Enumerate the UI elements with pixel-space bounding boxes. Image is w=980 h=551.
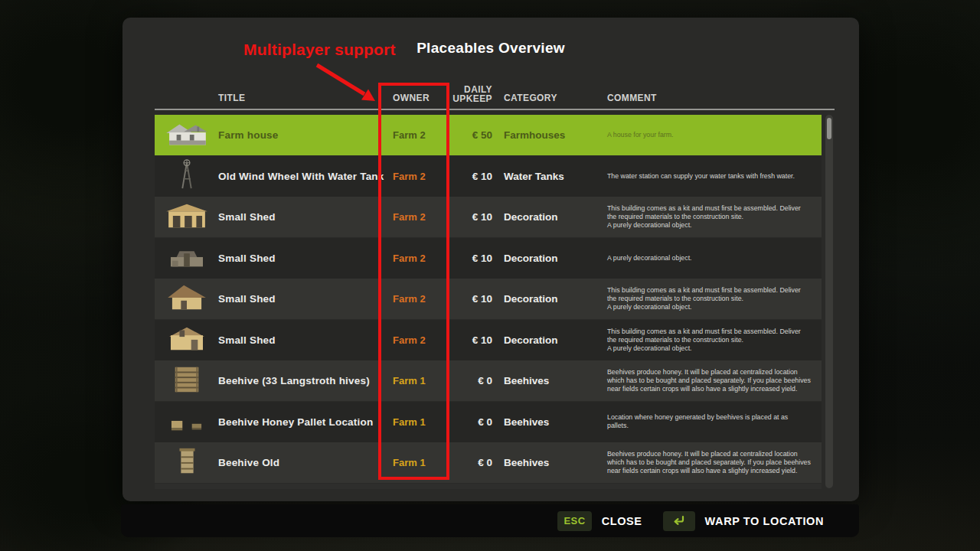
placeable-comment: This building comes as a kit and must fi… (605, 204, 822, 230)
placeable-category: Beehives (492, 416, 605, 428)
placeable-category: Water Tanks (492, 171, 605, 182)
placeable-daily-upkeep: € 0 (448, 457, 492, 468)
esc-key-badge[interactable]: ESC (557, 511, 591, 531)
placeable-category: Farmhouses (492, 129, 605, 141)
placeable-title: Old Wind Wheel With Water Tank (218, 171, 393, 182)
table-row[interactable]: Farm house Farm 2 € 50 Farmhouses A hous… (155, 115, 822, 155)
placeable-title: Small Shed (218, 293, 393, 305)
placeable-comment: Beehives produce honey. It will be place… (605, 368, 822, 393)
placeable-title: Beehive Old (218, 457, 393, 468)
close-action[interactable]: ESC CLOSE (557, 511, 642, 531)
placeables-overview-dialog: Placeables Overview TITLE OWNER DAILY UP… (122, 18, 859, 501)
placeable-daily-upkeep: € 10 (448, 171, 492, 182)
column-header-comment: COMMENT (605, 93, 835, 103)
placeable-daily-upkeep: € 50 (448, 129, 492, 141)
honey-pallet-icon (163, 404, 211, 439)
placeable-category: Decoration (492, 211, 605, 223)
warp-to-location-label: WARP TO LOCATION (705, 515, 824, 527)
dialog-title: Placeables Overview (122, 40, 859, 57)
shed-kit-icon (163, 200, 211, 235)
return-arrow-icon[interactable] (663, 511, 695, 531)
placeable-comment: A purely decorational object. (605, 254, 822, 262)
shed-ruin-icon (163, 240, 211, 276)
placeable-title: Small Shed (218, 211, 393, 223)
placeable-comment: The water station can supply your water … (605, 172, 822, 181)
footer-bar: ESC CLOSE WARP TO LOCATION (121, 504, 859, 537)
placeable-comment: Beehives produce honey. It will be place… (605, 450, 822, 475)
placeable-daily-upkeep: € 10 (448, 293, 492, 305)
beehive-rack-icon (163, 364, 211, 399)
table-row[interactable]: Small Shed Farm 2 € 10 Decoration This b… (155, 279, 822, 319)
shed-pointed-icon (163, 282, 211, 317)
placeable-daily-upkeep: € 0 (448, 416, 492, 428)
beehive-old-icon (163, 445, 211, 481)
warp-to-location-action[interactable]: WARP TO LOCATION (663, 511, 824, 531)
placeables-list: Farm house Farm 2 € 50 Farmhouses A hous… (155, 115, 822, 484)
annotation-owner-highlight-box (378, 83, 449, 480)
column-header-category: CATEGORY (492, 93, 605, 103)
table-header: TITLE OWNER DAILY UPKEEP CATEGORY COMMEN… (155, 85, 835, 110)
table-row[interactable]: Small Shed Farm 2 € 10 Decoration This b… (155, 197, 822, 237)
placeable-comment: A house for your farm. (605, 131, 822, 139)
column-header-daily-upkeep: DAILY UPKEEP (448, 85, 492, 103)
annotation-label: Multiplayer support (243, 41, 396, 59)
table-row[interactable]: Beehive (33 Langstroth hives) Farm 1 € 0… (155, 360, 822, 401)
table-row[interactable]: Small Shed Farm 2 € 10 Decoration This b… (155, 320, 822, 360)
placeable-comment: This building comes as a kit and must fi… (605, 328, 822, 353)
placeable-daily-upkeep: € 10 (448, 334, 492, 346)
annotation-arrow-icon (308, 61, 384, 106)
placeable-title: Beehive (33 Langstroth hives) (218, 375, 393, 386)
placeable-category: Beehives (492, 375, 605, 386)
placeable-category: Beehives (492, 457, 605, 468)
placeable-daily-upkeep: € 0 (448, 375, 492, 386)
table-row[interactable]: Old Wind Wheel With Water Tank Farm 2 € … (155, 156, 822, 197)
placeable-category: Decoration (492, 293, 605, 305)
placeable-category: Decoration (492, 253, 605, 264)
placeable-comment: This building comes as a kit and must fi… (605, 286, 822, 311)
placeable-daily-upkeep: € 10 (448, 211, 492, 223)
table-row[interactable]: Beehive Honey Pallet Location Farm 1 € 0… (155, 402, 822, 442)
scrollbar-track[interactable] (825, 115, 833, 488)
close-label: CLOSE (602, 515, 642, 527)
placeable-title: Farm house (218, 129, 393, 141)
wind-wheel-icon (163, 158, 211, 194)
placeable-title: Small Shed (218, 334, 393, 346)
table-row-partial[interactable] (155, 484, 822, 489)
placeable-title: Small Shed (218, 253, 393, 264)
scrollbar-thumb[interactable] (827, 118, 831, 139)
placeable-daily-upkeep: € 10 (448, 253, 492, 264)
farmhouse-icon (163, 118, 211, 153)
placeable-comment: Location where honey generated by beehiv… (605, 413, 822, 430)
placeable-title: Beehive Honey Pallet Location (218, 416, 393, 428)
shed-barn-icon (163, 322, 211, 357)
placeable-category: Decoration (492, 334, 605, 346)
table-row[interactable]: Beehive Old Farm 1 € 0 Beehives Beehives… (155, 442, 822, 483)
table-row[interactable]: Small Shed Farm 2 € 10 Decoration A pure… (155, 238, 822, 279)
